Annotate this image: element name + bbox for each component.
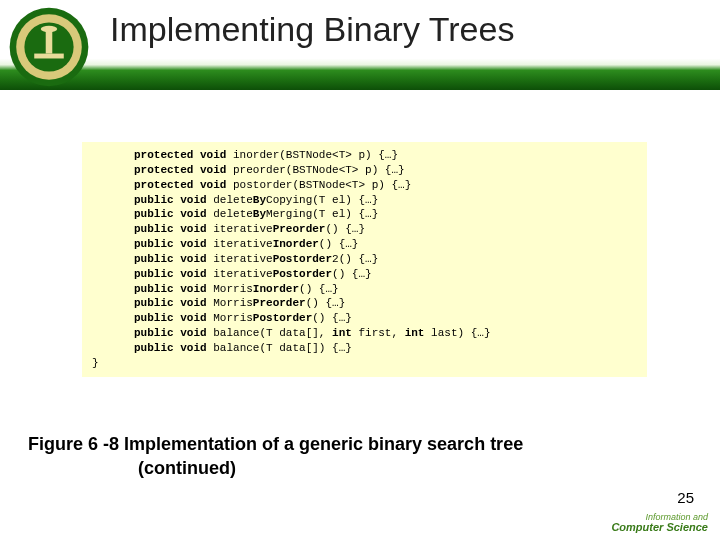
code-line: public void deleteByMerging(T el) {…}	[92, 207, 637, 222]
code-line: protected void postorder(BSTNode<T> p) {…	[92, 178, 637, 193]
svg-rect-5	[34, 54, 64, 59]
code-line: public void balance(T data[]) {…}	[92, 341, 637, 356]
code-line: public void deleteByCopying(T el) {…}	[92, 193, 637, 208]
page-number: 25	[677, 489, 694, 506]
caption-line-1: Figure 6 -8 Implementation of a generic …	[28, 432, 523, 456]
code-line: public void balance(T data[], int first,…	[92, 326, 637, 341]
code-line: protected void preorder(BSTNode<T> p) {……	[92, 163, 637, 178]
code-line: }	[92, 356, 637, 371]
code-line: public void iterativePostorder2() {…}	[92, 252, 637, 267]
code-block: protected void inorder(BSTNode<T> p) {…}…	[82, 142, 647, 377]
svg-rect-3	[46, 29, 53, 54]
footer-logo: Information and Computer Science	[598, 513, 708, 534]
svg-point-4	[41, 26, 57, 33]
slide-title: Implementing Binary Trees	[110, 10, 514, 49]
code-line: public void MorrisPostorder() {…}	[92, 311, 637, 326]
code-line: public void iterativePreorder() {…}	[92, 222, 637, 237]
caption-line-2: (continued)	[28, 456, 523, 480]
code-line: public void iterativePostorder() {…}	[92, 267, 637, 282]
slide-header: Implementing Binary Trees	[0, 0, 720, 90]
figure-caption: Figure 6 -8 Implementation of a generic …	[28, 432, 523, 481]
code-line: public void MorrisInorder() {…}	[92, 282, 637, 297]
code-line: public void MorrisPreorder() {…}	[92, 296, 637, 311]
university-emblem	[8, 6, 90, 88]
code-line: public void iterativeInorder() {…}	[92, 237, 637, 252]
footer-text-2: Computer Science	[598, 522, 708, 534]
code-line: protected void inorder(BSTNode<T> p) {…}	[92, 148, 637, 163]
